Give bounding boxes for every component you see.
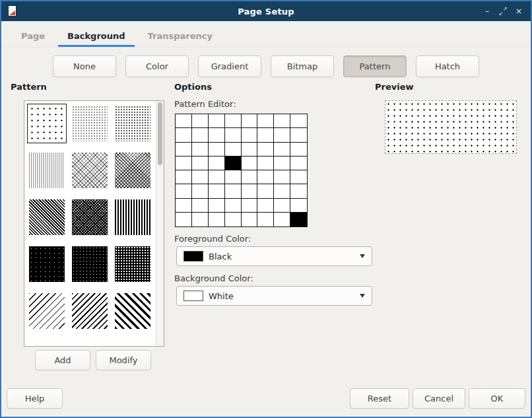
editor-cell[interactable]	[225, 114, 242, 128]
editor-cell[interactable]	[290, 143, 307, 157]
editor-cell[interactable]	[257, 128, 274, 142]
editor-cell[interactable]	[274, 213, 290, 226]
editor-cell[interactable]	[209, 128, 225, 142]
editor-cell[interactable]	[274, 170, 290, 184]
editor-cell[interactable]	[290, 184, 307, 198]
minimize-button[interactable]: –	[482, 6, 492, 17]
editor-cell[interactable]	[242, 157, 258, 170]
editor-cell[interactable]	[290, 128, 307, 142]
editor-cell[interactable]	[257, 170, 274, 184]
editor-cell[interactable]	[274, 157, 290, 170]
editor-cell[interactable]	[242, 128, 258, 142]
editor-cell[interactable]	[225, 213, 242, 226]
restore-button[interactable]: ↗ ↙	[498, 6, 508, 17]
pattern-swatch-dots-medium[interactable]	[113, 104, 152, 143]
editor-cell[interactable]	[257, 143, 274, 157]
editor-cell[interactable]	[242, 170, 258, 184]
cancel-button[interactable]: Cancel	[413, 388, 465, 409]
pattern-swatch-black-dots-medium[interactable]	[70, 244, 110, 284]
editor-cell[interactable]	[290, 213, 307, 226]
editor-cell[interactable]	[209, 157, 225, 170]
pattern-swatch-crosshatch-light[interactable]	[70, 151, 110, 190]
editor-cell[interactable]	[192, 184, 209, 198]
editor-cell[interactable]	[242, 184, 258, 198]
editor-cell[interactable]	[257, 213, 274, 226]
editor-cell[interactable]	[242, 199, 258, 213]
editor-cell[interactable]	[242, 213, 258, 226]
app-icon[interactable]	[7, 6, 18, 17]
tab-page[interactable]: Page	[12, 26, 54, 47]
editor-cell[interactable]	[290, 157, 307, 170]
editor-cell[interactable]	[209, 114, 225, 128]
editor-cell[interactable]	[274, 128, 290, 142]
editor-cell[interactable]	[225, 143, 242, 157]
background-color-dropdown[interactable]: White	[176, 286, 372, 306]
foreground-color-dropdown[interactable]: Black	[176, 246, 372, 266]
editor-cell[interactable]	[225, 170, 242, 184]
bitmap-button[interactable]: Bitmap	[271, 55, 334, 77]
editor-cell[interactable]	[176, 143, 192, 157]
editor-cell[interactable]	[274, 184, 290, 198]
add-button[interactable]: Add	[35, 350, 90, 370]
pattern-swatch-crosshatch-dense[interactable]	[70, 197, 110, 237]
editor-cell[interactable]	[192, 157, 209, 170]
color-button[interactable]: Color	[125, 55, 189, 77]
pattern-swatch-black-dots-sparse[interactable]	[27, 244, 67, 284]
editor-cell[interactable]	[274, 143, 290, 157]
editor-cell[interactable]	[225, 128, 242, 142]
editor-cell[interactable]	[274, 199, 290, 213]
editor-cell[interactable]	[209, 143, 225, 157]
reset-button[interactable]: Reset	[350, 388, 409, 409]
editor-cell[interactable]	[290, 170, 307, 184]
editor-cell[interactable]	[290, 114, 307, 128]
pattern-swatch-crosshatch-medium[interactable]	[113, 151, 152, 190]
pattern-swatch-hatch-diagonal-dark[interactable]	[27, 197, 67, 237]
editor-cell[interactable]	[192, 213, 209, 226]
editor-cell[interactable]	[274, 114, 290, 128]
editor-cell[interactable]	[257, 184, 274, 198]
pattern-swatch-dots-fine[interactable]	[70, 104, 110, 143]
modify-button[interactable]: Modify	[96, 350, 151, 370]
pattern-swatch-dots-sparse[interactable]	[27, 104, 67, 143]
pattern-swatch-lines-vertical-fine[interactable]	[27, 151, 67, 190]
editor-cell[interactable]	[176, 213, 192, 226]
editor-cell[interactable]	[192, 199, 209, 213]
tab-background[interactable]: Background	[58, 26, 135, 47]
pattern-swatch-stripes-vertical[interactable]	[113, 197, 152, 237]
editor-cell[interactable]	[257, 114, 274, 128]
editor-cell[interactable]	[209, 170, 225, 184]
editor-cell[interactable]	[192, 114, 209, 128]
editor-cell[interactable]	[176, 199, 192, 213]
none-button[interactable]: None	[53, 55, 116, 77]
editor-cell[interactable]	[242, 143, 258, 157]
editor-cell[interactable]	[225, 184, 242, 198]
help-button[interactable]: Help	[7, 388, 63, 409]
pattern-swatch-diagonal-thin[interactable]	[27, 291, 67, 331]
pattern-swatch-diagonal-medium[interactable]	[70, 291, 110, 331]
editor-cell[interactable]	[225, 157, 242, 170]
editor-cell[interactable]	[242, 114, 258, 128]
editor-cell[interactable]	[176, 128, 192, 142]
pattern-list-scrollbar[interactable]	[156, 101, 164, 346]
editor-cell[interactable]	[176, 170, 192, 184]
scrollbar-thumb[interactable]	[158, 102, 162, 165]
gradient-button[interactable]: Gradient	[198, 55, 261, 77]
editor-cell[interactable]	[209, 184, 225, 198]
pattern-swatch-diagonal-thick[interactable]	[113, 291, 152, 331]
editor-cell[interactable]	[176, 114, 192, 128]
titlebar[interactable]: Page Setup – ↗ ↙ ×	[1, 1, 531, 21]
editor-cell[interactable]	[209, 213, 225, 226]
editor-cell[interactable]	[225, 199, 242, 213]
editor-cell[interactable]	[257, 199, 274, 213]
editor-cell[interactable]	[290, 199, 307, 213]
editor-cell[interactable]	[192, 170, 209, 184]
editor-cell[interactable]	[192, 143, 209, 157]
editor-cell[interactable]	[176, 184, 192, 198]
tab-transparency[interactable]: Transparency	[139, 26, 222, 47]
editor-cell[interactable]	[257, 157, 274, 170]
hatch-button[interactable]: Hatch	[416, 55, 479, 77]
editor-cell[interactable]	[176, 157, 192, 170]
pattern-button[interactable]: Pattern	[343, 55, 407, 77]
editor-cell[interactable]	[192, 128, 209, 142]
close-button[interactable]: ×	[514, 6, 524, 17]
